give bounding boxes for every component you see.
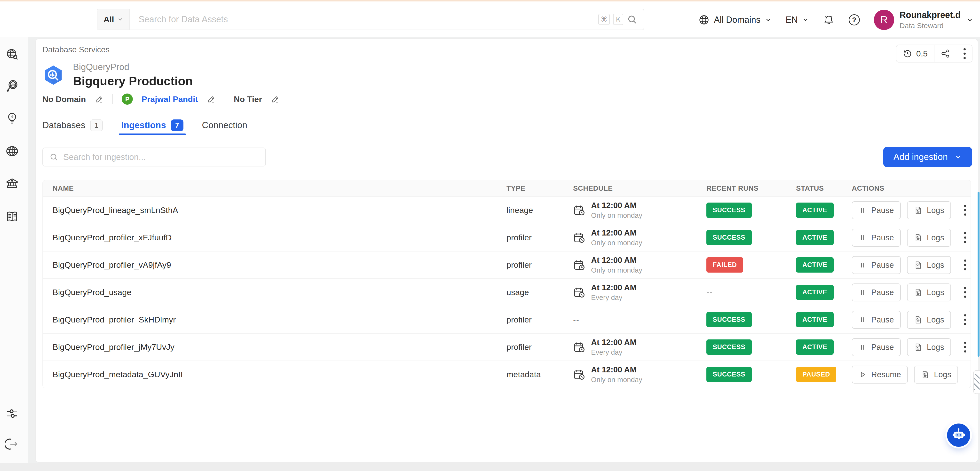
divider <box>224 94 225 104</box>
status-badge: PAUSED <box>796 367 836 382</box>
recent-run-badge[interactable]: SUCCESS <box>706 230 752 245</box>
schedule-time: At 12:00 AM <box>591 256 642 265</box>
recent-run-badge[interactable]: -- <box>706 288 713 297</box>
bottom-strip <box>0 463 980 471</box>
ingestion-name[interactable]: BigQueryProd_usage <box>43 288 497 297</box>
calendar-clock-icon <box>573 231 586 244</box>
domains-globe-icon[interactable] <box>5 145 19 158</box>
user-avatar: R <box>874 10 894 30</box>
calendar-clock-icon <box>573 259 586 271</box>
ingestion-name[interactable]: BigQueryProd_profiler_vA9jfAy9 <box>43 260 497 270</box>
tab-databases[interactable]: Databases 1 <box>42 116 103 135</box>
status-badge: ACTIVE <box>796 257 834 272</box>
logs-button[interactable]: Logs <box>907 338 951 356</box>
settings-preferences-icon[interactable] <box>5 407 19 420</box>
calendar-clock-icon <box>573 286 586 299</box>
recent-run-badge[interactable]: SUCCESS <box>706 339 752 355</box>
recent-run-badge[interactable]: SUCCESS <box>706 367 752 382</box>
recent-run-badge[interactable]: SUCCESS <box>706 312 752 327</box>
bigquery-service-icon <box>42 64 64 86</box>
chevron-down-icon <box>765 16 772 23</box>
schedule-cell: At 12:00 AM Only on monday <box>573 201 697 220</box>
primary-action-button[interactable]: Pause <box>852 229 901 247</box>
version-button[interactable]: 0.5 <box>896 45 934 62</box>
primary-action-button[interactable]: Pause <box>852 338 901 356</box>
user-menu[interactable]: R Rounakpreet.d Data Steward <box>874 10 974 30</box>
row-more-menu[interactable] <box>961 339 969 355</box>
insights-bulb-icon[interactable] <box>5 111 19 125</box>
add-ingestion-button[interactable]: Add ingestion <box>883 147 972 167</box>
ingestion-name[interactable]: BigQueryProd_lineage_smLnSthA <box>43 205 497 215</box>
ingestion-search-input[interactable]: Search for ingestion... <box>42 148 266 167</box>
help-icon[interactable]: ? <box>849 14 860 25</box>
schedule-time: -- <box>573 315 579 325</box>
search-icon[interactable] <box>627 14 637 25</box>
schedule-cell: At 12:00 AM Only on monday <box>573 256 697 274</box>
kebab-icon <box>964 48 966 59</box>
scrollbar-thumb[interactable] <box>978 192 980 356</box>
service-name: BigQueryProd <box>73 62 192 72</box>
schedule-frequency: Only on monday <box>591 376 642 384</box>
logs-button[interactable]: Logs <box>914 366 958 383</box>
row-more-menu[interactable] <box>961 229 969 246</box>
recent-run-badge[interactable]: FAILED <box>706 257 743 272</box>
recent-run-badge[interactable]: SUCCESS <box>706 202 752 218</box>
ingestion-name[interactable]: BigQueryProd_profiler_jMy7UvJy <box>43 342 497 352</box>
logs-button[interactable]: Logs <box>907 311 951 329</box>
row-more-menu[interactable] <box>961 256 969 273</box>
row-more-menu[interactable] <box>961 202 969 218</box>
breadcrumb[interactable]: Database Services <box>42 45 110 54</box>
tab-databases-count: 1 <box>90 119 103 131</box>
ingestion-name[interactable]: BigQueryProd_profiler_SkHDlmyr <box>43 315 497 325</box>
global-search-bar[interactable]: All Search for Data Assets ⌘ K <box>97 9 644 30</box>
primary-action-button[interactable]: Pause <box>852 283 901 301</box>
logs-button[interactable]: Logs <box>907 283 951 301</box>
table-row: BigQueryProd_usage usage At 12:00 AM Eve… <box>43 278 970 306</box>
ingestion-type: profiler <box>497 233 563 242</box>
primary-action-button[interactable]: Pause <box>852 311 901 329</box>
edit-domain-icon[interactable] <box>94 94 104 104</box>
language-selector[interactable]: EN <box>786 15 809 25</box>
card-more-menu-button[interactable] <box>957 45 972 62</box>
logs-button[interactable]: Logs <box>907 201 951 219</box>
divider <box>113 94 113 104</box>
status-badge: ACTIVE <box>796 230 834 245</box>
ingestion-name[interactable]: BigQueryProd_metadata_GUVyJnII <box>43 370 497 379</box>
primary-action-button[interactable]: Pause <box>852 201 901 219</box>
schedule-cell: At 12:00 AM Every day <box>573 338 697 356</box>
knowledge-center-icon[interactable] <box>5 210 19 224</box>
schedule-frequency: Every day <box>591 294 636 302</box>
column-header-recent-runs: RECENT RUNS <box>697 185 786 193</box>
edit-tier-icon[interactable] <box>271 94 280 104</box>
logs-button[interactable]: Logs <box>907 256 951 274</box>
logs-document-icon <box>921 370 930 379</box>
logout-icon[interactable] <box>5 437 19 451</box>
explore-search-icon[interactable] <box>5 48 19 61</box>
share-button[interactable] <box>934 45 957 62</box>
column-header-actions: ACTIONS <box>842 185 970 193</box>
pause-icon <box>859 343 867 351</box>
edge-handle[interactable] <box>973 370 980 394</box>
owner-link[interactable]: Prajwal Pandit <box>142 94 198 104</box>
row-more-menu[interactable] <box>961 311 969 328</box>
primary-action-button[interactable]: Pause <box>852 256 901 274</box>
global-search-input[interactable]: Search for Data Assets <box>130 14 598 24</box>
notifications-bell-icon[interactable] <box>823 14 835 26</box>
row-more-menu[interactable] <box>968 366 971 383</box>
chevron-down-icon <box>966 16 974 24</box>
tier-label: No Tier <box>234 94 262 104</box>
search-scope-dropdown[interactable]: All <box>97 9 130 30</box>
data-observability-icon[interactable] <box>5 79 19 93</box>
tab-ingestions[interactable]: Ingestions 7 <box>121 116 183 135</box>
ingestion-name[interactable]: BigQueryProd_profiler_xFJfuufD <box>43 233 497 242</box>
row-more-menu[interactable] <box>961 284 969 301</box>
ingestion-type: profiler <box>497 315 563 325</box>
tab-connection[interactable]: Connection <box>202 116 247 135</box>
edit-owner-icon[interactable] <box>207 94 216 104</box>
calendar-clock-icon <box>573 341 586 353</box>
logs-button[interactable]: Logs <box>907 229 951 247</box>
domain-selector[interactable]: All Domains <box>698 14 772 25</box>
primary-action-button[interactable]: Resume <box>852 366 908 383</box>
govern-bank-icon[interactable] <box>5 177 19 191</box>
chatbot-button[interactable] <box>947 423 970 447</box>
